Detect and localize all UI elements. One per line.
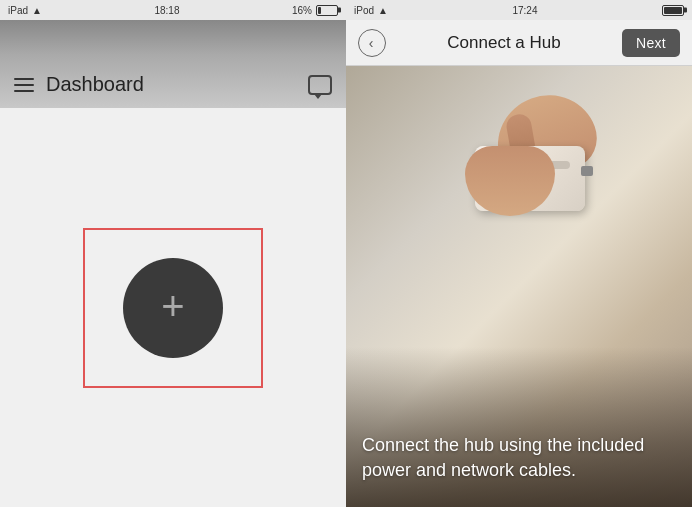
left-battery-fill [318,7,321,14]
plus-icon: + [161,286,184,326]
left-panel: iPad ▲ 18:18 16% Dashboard [0,0,346,507]
connect-hub-title: Connect a Hub [447,33,560,53]
image-gradient-overlay [346,347,692,507]
back-button[interactable]: ‹ [358,29,386,57]
hamburger-title-group: Dashboard [14,73,144,96]
right-wifi-icon: ▲ [378,5,388,16]
left-header: Dashboard [0,20,346,108]
cable-port-shape [581,166,593,176]
chat-bubble-icon[interactable] [308,75,332,95]
right-nav: ‹ Connect a Hub Next [346,20,692,66]
left-body: + [0,108,346,507]
hub-image-area: Connect the hub using the included power… [346,66,692,507]
right-time: 17:24 [512,5,537,16]
chevron-left-icon: ‹ [369,35,374,51]
left-status-left: iPad ▲ [8,5,42,16]
left-header-content: Dashboard [14,73,332,96]
hub-device-illustration [455,96,615,216]
right-battery-icon [662,5,684,16]
dashboard-title: Dashboard [46,73,144,96]
right-panel: iPod ▲ 17:24 ‹ Connect a Hub Next Connec… [346,0,692,507]
add-item-button[interactable]: + [123,258,223,358]
right-status-left: iPod ▲ [354,5,388,16]
left-status-right: 16% [292,5,338,16]
left-device-label: iPad [8,5,28,16]
next-button[interactable]: Next [622,29,680,57]
add-button-wrapper: + [83,228,263,388]
left-battery-percent: 16% [292,5,312,16]
left-battery-icon [316,5,338,16]
left-status-bar: iPad ▲ 18:18 16% [0,0,346,20]
hamburger-line-3 [14,90,34,92]
hamburger-line-1 [14,78,34,80]
right-device-label: iPod [354,5,374,16]
hamburger-menu-icon[interactable] [14,78,34,92]
right-status-bar: iPod ▲ 17:24 [346,0,692,20]
right-status-right [662,5,684,16]
left-time: 18:18 [154,5,179,16]
hub-caption-text: Connect the hub using the included power… [362,433,676,483]
left-wifi-icon: ▲ [32,5,42,16]
hamburger-line-2 [14,84,34,86]
right-battery-fill [664,7,682,14]
